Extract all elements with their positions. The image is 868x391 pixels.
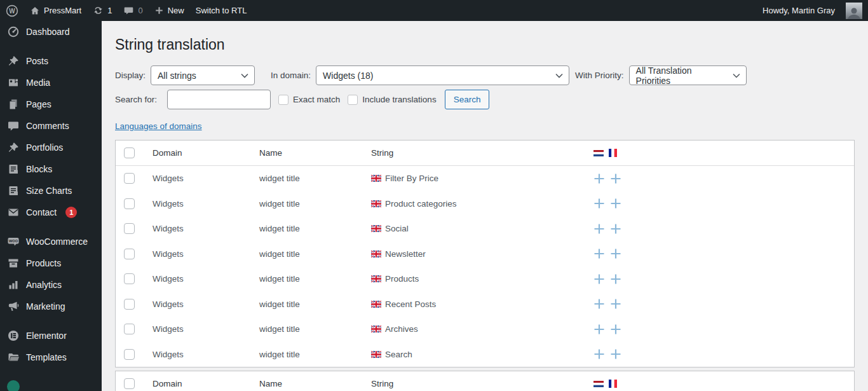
in-domain-select[interactable]: Widgets (18) <box>316 65 569 85</box>
sidebar-item-templates[interactable]: Templates <box>0 346 102 368</box>
table-footer-row: Domain Name String <box>116 371 854 391</box>
sidebar-item-partial[interactable] <box>0 376 102 391</box>
add-dutch-translation-plus-icon[interactable] <box>593 273 605 285</box>
table-row: Widgets widget title Product categories <box>116 191 854 217</box>
row-domain: Widgets <box>144 350 251 359</box>
sidebar-item-woocommerce[interactable]: WOO WooCommerce <box>0 231 102 252</box>
wordpress-logo[interactable]: W <box>0 0 24 21</box>
row-checkbox[interactable] <box>124 249 135 259</box>
with-priority-select[interactable]: All Translation Priorities <box>629 65 747 85</box>
row-name: widget title <box>251 249 363 259</box>
row-checkbox[interactable] <box>124 324 135 334</box>
row-string: Social <box>363 224 585 233</box>
row-string: Products <box>363 274 585 284</box>
add-french-translation-plus-icon[interactable] <box>610 298 621 310</box>
sidebar-label: Posts <box>26 55 48 67</box>
avatar[interactable] <box>846 3 862 19</box>
exact-match-checkbox[interactable] <box>278 95 288 105</box>
sidebar-item-comments[interactable]: Comments <box>0 115 102 137</box>
row-domain: Widgets <box>144 299 251 309</box>
row-translations <box>585 173 854 184</box>
new-content-button[interactable]: New <box>149 0 190 21</box>
add-dutch-translation-plus-icon[interactable] <box>593 198 605 209</box>
comments-count: 0 <box>138 6 142 15</box>
add-french-translation-plus-icon[interactable] <box>610 198 621 209</box>
row-translations <box>585 248 854 259</box>
add-french-translation-plus-icon[interactable] <box>610 348 621 360</box>
sidebar-label: Portfolios <box>26 141 63 154</box>
row-checkbox[interactable] <box>124 223 135 234</box>
person-icon <box>846 8 862 19</box>
add-dutch-translation-plus-icon[interactable] <box>593 298 605 310</box>
sidebar-item-media[interactable]: Media <box>0 72 102 93</box>
row-checkbox[interactable] <box>124 198 135 209</box>
row-checkbox[interactable] <box>124 299 135 310</box>
display-select[interactable]: All strings <box>151 65 255 85</box>
in-domain-select-value: Widgets (18) <box>323 71 373 81</box>
sidebar-item-products[interactable]: Products <box>0 252 102 274</box>
sidebar-label: WooCommerce <box>26 235 88 248</box>
comments-link[interactable]: 0 <box>118 0 148 21</box>
sidebar-item-dashboard[interactable]: Dashboard <box>0 21 102 43</box>
sidebar-item-size-charts[interactable]: Size Charts <box>0 180 102 202</box>
add-dutch-translation-plus-icon[interactable] <box>593 324 605 335</box>
switch-to-rtl-link[interactable]: Switch to RTL <box>190 0 253 21</box>
sidebar-label: Templates <box>26 351 67 364</box>
my-account-link[interactable]: Howdy, Martin Gray <box>757 0 841 21</box>
add-french-translation-plus-icon[interactable] <box>610 324 621 335</box>
sidebar-item-posts[interactable]: Posts <box>0 50 102 72</box>
row-string: Archives <box>363 324 585 334</box>
row-string: Search <box>363 350 585 359</box>
add-french-translation-plus-icon[interactable] <box>610 173 621 184</box>
add-french-translation-plus-icon[interactable] <box>610 248 621 259</box>
search-button[interactable]: Search <box>445 90 490 109</box>
row-string: Product categories <box>363 199 585 209</box>
updates-link[interactable]: 1 <box>87 0 118 21</box>
row-translations <box>585 348 854 360</box>
strings-table-footer: Domain Name String <box>115 371 855 391</box>
sidebar-item-marketing[interactable]: Marketing <box>0 296 102 317</box>
strings-table: Domain Name String Widgets widget title <box>115 140 855 367</box>
add-french-translation-plus-icon[interactable] <box>610 223 621 235</box>
search-input[interactable] <box>167 90 271 109</box>
add-dutch-translation-plus-icon[interactable] <box>593 248 605 259</box>
sidebar-item-analytics[interactable]: Analytics <box>0 274 102 296</box>
row-domain: Widgets <box>144 274 251 284</box>
table-row: Widgets widget title Products <box>116 266 854 292</box>
include-translations-checkbox[interactable] <box>348 95 358 105</box>
table-row: Widgets widget title Newsletter <box>116 242 854 267</box>
add-dutch-translation-plus-icon[interactable] <box>593 348 605 360</box>
sidebar-item-contact[interactable]: Contact 1 <box>0 202 102 223</box>
sidebar-label: Size Charts <box>26 184 72 197</box>
sidebar-item-portfolios[interactable]: Portfolios <box>0 137 102 158</box>
row-checkbox[interactable] <box>124 273 135 284</box>
megaphone-icon <box>7 300 20 313</box>
row-checkbox[interactable] <box>124 349 135 360</box>
row-string-text: Newsletter <box>385 249 426 259</box>
add-dutch-translation-plus-icon[interactable] <box>593 173 605 184</box>
row-checkbox[interactable] <box>124 173 135 184</box>
languages-of-domains-link[interactable]: Languages of domains <box>115 121 202 131</box>
row-name: widget title <box>251 324 363 334</box>
table-header-row: Domain Name String <box>116 141 854 166</box>
en-flag-icon <box>371 225 381 232</box>
add-french-translation-plus-icon[interactable] <box>610 273 621 285</box>
sidebar-item-pages[interactable]: Pages <box>0 93 102 115</box>
select-all-checkbox[interactable] <box>124 147 135 158</box>
en-flag-icon <box>371 351 381 358</box>
select-all-checkbox[interactable] <box>124 378 135 389</box>
display-label: Display: <box>115 71 146 80</box>
sidebar-label: Pages <box>26 98 51 111</box>
row-string: Newsletter <box>363 249 585 259</box>
sidebar-item-blocks[interactable]: Blocks <box>0 158 102 180</box>
document-icon <box>7 184 20 197</box>
add-dutch-translation-plus-icon[interactable] <box>593 223 605 235</box>
site-name-link[interactable]: PressMart <box>24 0 87 21</box>
rtl-label: Switch to RTL <box>196 6 247 15</box>
admin-sidebar: Dashboard Posts Media Pages Comments Po <box>0 21 102 391</box>
row-domain: Widgets <box>144 174 251 183</box>
svg-text:W: W <box>9 7 15 14</box>
sidebar-item-elementor[interactable]: Elementor <box>0 325 102 346</box>
sidebar-label: Analytics <box>26 278 62 291</box>
pushpin-icon <box>7 55 20 67</box>
